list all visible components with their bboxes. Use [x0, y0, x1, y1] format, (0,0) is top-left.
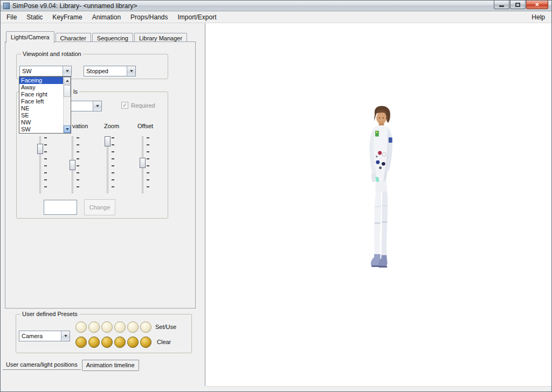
- dropdown-item-faceing[interactable]: Faceing: [19, 77, 63, 84]
- maximize-button[interactable]: [510, 1, 526, 9]
- close-icon: ✕: [535, 2, 539, 8]
- menu-keyframe[interactable]: KeyFrame: [47, 12, 87, 23]
- titlebar: SimPose v9.04: Library- <unnamed library…: [1, 1, 551, 11]
- slider-ticks: [44, 137, 47, 193]
- slider-ticks: [77, 137, 79, 193]
- presets-combo-value: Camera: [19, 331, 61, 341]
- preset-button[interactable]: [101, 321, 113, 333]
- preset-button[interactable]: [75, 321, 87, 333]
- preset-button[interactable]: [140, 337, 151, 348]
- rotation-combo-value: Stopped: [84, 66, 127, 76]
- maximize-icon: [515, 3, 520, 7]
- arrow-down-icon: [66, 128, 69, 130]
- close-button[interactable]: ✕: [526, 1, 548, 9]
- preset-button[interactable]: [101, 337, 113, 348]
- presets-group: User defined Presets Camera: [16, 314, 192, 353]
- slider-ticks: [112, 137, 114, 193]
- menu-file[interactable]: File: [2, 12, 22, 23]
- viewport-bottom-strip: [205, 386, 552, 392]
- astronaut-figure: [351, 105, 413, 276]
- window-title: SimPose v9.04: Library- <unnamed library…: [12, 2, 137, 10]
- offset-slider-label: Offset: [137, 123, 153, 129]
- preset-button[interactable]: [88, 321, 100, 333]
- bottom-tabstrip: User camera/light positions Animation ti…: [1, 360, 205, 371]
- scroll-down-button[interactable]: [64, 125, 71, 133]
- presets-group-label: User defined Presets: [20, 311, 79, 317]
- facing-dropdown-list: Faceing Away Face right Face left NE SE …: [19, 76, 71, 134]
- slider-thumb[interactable]: [37, 144, 43, 154]
- viewpoint-group-label: Viewpoint and rotation: [21, 51, 83, 57]
- scroll-up-button[interactable]: [64, 77, 71, 85]
- viewpoint-group: Viewpoint and rotation SW Stopped: [16, 54, 168, 79]
- menu-props-hands[interactable]: Props/Hands: [126, 12, 172, 23]
- clear-label: Clear: [157, 339, 171, 345]
- dropdown-item-away[interactable]: Away: [19, 84, 63, 91]
- preset-button[interactable]: [88, 337, 100, 348]
- slider-thumb[interactable]: [140, 158, 146, 168]
- slider-elevation[interactable]: [70, 135, 81, 195]
- preset-clear-row: [75, 337, 151, 348]
- facing-combo[interactable]: SW: [19, 66, 72, 76]
- rotation-combo-dropdown-icon[interactable]: [127, 66, 135, 76]
- lights-camera-panel: Viewpoint and rotation SW Stopped ls: [5, 41, 196, 309]
- presets-combo[interactable]: Camera: [19, 331, 70, 341]
- chevron-down-icon: [96, 105, 99, 107]
- dropdown-item-se[interactable]: SE: [19, 112, 63, 119]
- chevron-down-icon: [64, 335, 67, 337]
- slider-thumb[interactable]: [105, 136, 111, 146]
- slider-thumb[interactable]: [70, 160, 75, 170]
- scrollbar-thumb[interactable]: [64, 85, 71, 97]
- menu-static[interactable]: Static: [22, 12, 47, 23]
- hidden-combo-dropdown-icon[interactable]: [93, 101, 101, 111]
- tab-user-camera-positions[interactable]: User camera/light positions: [3, 360, 81, 370]
- zoom-slider-label: Zoom: [104, 123, 119, 129]
- menu-animation[interactable]: Animation: [87, 12, 126, 23]
- preset-button[interactable]: [114, 321, 126, 333]
- arrow-up-icon: [66, 80, 69, 82]
- preset-button[interactable]: [114, 337, 126, 348]
- chevron-down-icon: [130, 70, 133, 72]
- render-viewport[interactable]: [205, 23, 552, 386]
- dropdown-item-sw[interactable]: SW: [19, 126, 63, 133]
- slider-zoom[interactable]: [105, 135, 116, 195]
- preset-button[interactable]: [127, 321, 139, 333]
- minimize-icon: [499, 5, 504, 7]
- preset-button[interactable]: [75, 337, 87, 348]
- app-icon: [3, 3, 10, 9]
- minimize-button[interactable]: [494, 1, 509, 9]
- presets-combo-dropdown-icon[interactable]: [61, 331, 70, 341]
- required-checkbox-label: Required: [131, 102, 155, 109]
- preset-button[interactable]: [140, 321, 151, 333]
- controls-group-label: ls: [72, 88, 79, 95]
- value-field[interactable]: [44, 200, 77, 215]
- set-use-label: Set/Use: [155, 324, 176, 330]
- preset-set-row: [75, 321, 151, 333]
- facing-combo-dropdown-icon[interactable]: [63, 66, 71, 76]
- rotation-combo[interactable]: Stopped: [84, 66, 136, 76]
- menu-help[interactable]: Help: [527, 12, 551, 23]
- dropdown-items: Faceing Away Face right Face left NE SE …: [19, 77, 63, 133]
- change-button[interactable]: Change: [84, 199, 115, 215]
- chevron-down-icon: [66, 70, 69, 72]
- dropdown-scrollbar[interactable]: [63, 77, 71, 133]
- facing-combo-value: SW: [20, 66, 63, 76]
- slider-ticks: [147, 137, 149, 193]
- preset-button[interactable]: [127, 337, 139, 348]
- window-controls: ✕: [494, 1, 548, 9]
- elevation-slider-label: vation: [72, 123, 88, 129]
- slider-azimuth[interactable]: [37, 135, 49, 195]
- menu-import-export[interactable]: Import/Export: [172, 12, 221, 23]
- menubar: File Static KeyFrame Animation Props/Han…: [1, 11, 551, 23]
- slider-offset[interactable]: [140, 135, 151, 195]
- left-panel: Lights/Camera Character Sequencing Libra…: [1, 23, 205, 392]
- dropdown-item-face-left[interactable]: Face left: [19, 98, 63, 105]
- required-checkbox[interactable]: ✓ Required: [121, 102, 155, 109]
- dropdown-item-face-right[interactable]: Face right: [19, 91, 63, 98]
- dropdown-item-ne[interactable]: NE: [19, 105, 63, 112]
- tab-animation-timeline[interactable]: Animation timeline: [82, 360, 139, 371]
- tab-lights-camera[interactable]: Lights/Camera: [6, 31, 54, 43]
- app-window: SimPose v9.04: Library- <unnamed library…: [0, 0, 552, 392]
- checkbox-check-icon: ✓: [121, 102, 128, 109]
- dropdown-item-nw[interactable]: NW: [19, 119, 63, 126]
